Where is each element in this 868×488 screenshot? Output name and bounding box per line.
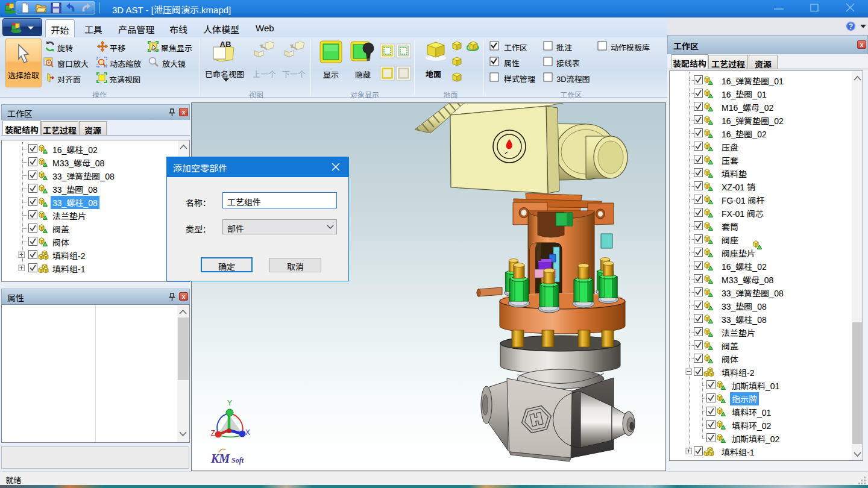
svg-text:?: ? bbox=[849, 22, 853, 31]
svg-text:KM: KM bbox=[210, 452, 230, 465]
svg-text:Y: Y bbox=[227, 399, 232, 407]
svg-text:X: X bbox=[245, 428, 250, 437]
svg-text:Soft: Soft bbox=[231, 456, 244, 465]
svg-text:AB: AB bbox=[220, 41, 231, 49]
svg-text:Z: Z bbox=[211, 429, 215, 437]
